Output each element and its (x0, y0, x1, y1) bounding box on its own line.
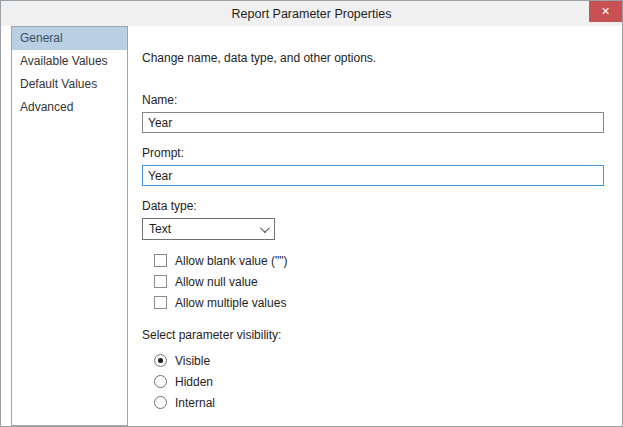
sidebar-item-available-values[interactable]: Available Values (12, 50, 127, 73)
checkbox-label: Allow blank value ("") (175, 254, 288, 268)
prompt-input[interactable] (142, 165, 604, 186)
allow-multiple-checkbox[interactable]: Allow multiple values (154, 292, 604, 313)
radio-icon (154, 375, 167, 388)
radio-label: Internal (175, 396, 215, 410)
checkbox-icon (154, 296, 167, 309)
prompt-label: Prompt: (142, 146, 604, 160)
visibility-label: Select parameter visibility: (142, 328, 604, 342)
checkbox-label: Allow null value (175, 275, 258, 289)
main-panel: Change name, data type, and other option… (128, 26, 622, 426)
prompt-field-group: Prompt: (142, 146, 604, 186)
hidden-radio[interactable]: Hidden (154, 371, 604, 392)
data-type-label: Data type: (142, 199, 604, 213)
allow-null-checkbox[interactable]: Allow null value (154, 271, 604, 292)
visibility-radio-group: Visible Hidden Internal (154, 350, 604, 413)
close-icon: ✕ (601, 5, 610, 18)
allow-blank-checkbox[interactable]: Allow blank value ("") (154, 250, 604, 271)
data-type-dropdown[interactable]: Text (142, 218, 275, 240)
visible-radio[interactable]: Visible (154, 350, 604, 371)
report-parameter-properties-dialog: Report Parameter Properties ✕ General Av… (0, 0, 623, 427)
checkbox-label: Allow multiple values (175, 296, 286, 310)
name-field-group: Name: (142, 93, 604, 133)
close-button[interactable]: ✕ (589, 1, 622, 22)
sidebar-item-default-values[interactable]: Default Values (12, 73, 127, 96)
checkbox-icon (154, 275, 167, 288)
name-input[interactable] (142, 112, 604, 133)
sidebar-item-general[interactable]: General (12, 27, 127, 50)
dialog-title: Report Parameter Properties (232, 7, 392, 21)
data-type-value: Text (149, 222, 171, 236)
radio-icon (154, 396, 167, 409)
radio-selected-icon (154, 354, 167, 367)
checkbox-icon (154, 254, 167, 267)
dialog-body: General Available Values Default Values … (1, 26, 622, 426)
checkbox-group: Allow blank value ("") Allow null value … (154, 250, 604, 313)
sidebar-item-advanced[interactable]: Advanced (12, 96, 127, 119)
name-label: Name: (142, 93, 604, 107)
internal-radio[interactable]: Internal (154, 392, 604, 413)
data-type-group: Data type: Text (142, 199, 604, 240)
description-text: Change name, data type, and other option… (142, 51, 604, 65)
radio-label: Hidden (175, 375, 213, 389)
radio-label: Visible (175, 354, 210, 368)
title-bar[interactable]: Report Parameter Properties ✕ (1, 1, 622, 26)
sidebar-nav: General Available Values Default Values … (11, 26, 128, 426)
chevron-down-icon (260, 223, 270, 233)
